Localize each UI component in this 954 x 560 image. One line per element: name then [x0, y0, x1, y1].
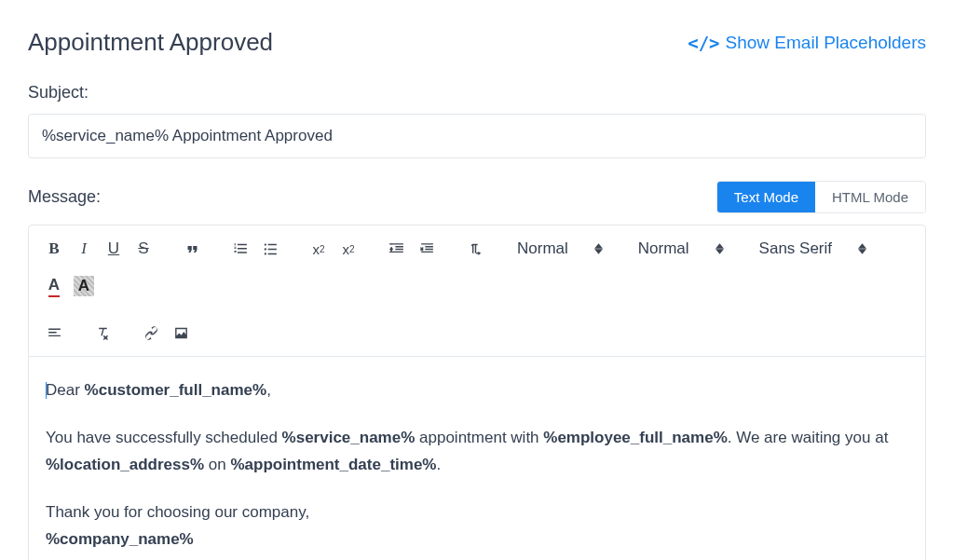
page-title: Appointment Approved — [28, 28, 273, 57]
text: , — [266, 381, 271, 399]
text: . We are waiting you at — [728, 429, 889, 446]
show-email-placeholders-link[interactable]: </> Show Email Placeholders — [688, 33, 926, 53]
placeholder-appointment-datetime: %appointment_date_time% — [230, 456, 436, 473]
unordered-list-button[interactable] — [256, 235, 284, 263]
clear-formatting-button[interactable] — [89, 319, 116, 347]
editor-mode-toggle: Text Mode HTML Mode — [716, 181, 926, 213]
underline-button[interactable]: U — [100, 235, 128, 263]
svg-point-1 — [264, 248, 266, 250]
link-button[interactable] — [137, 319, 165, 347]
chevron-sort-icon — [716, 243, 724, 254]
superscript-button[interactable]: x2 — [334, 235, 362, 263]
chevron-sort-icon — [858, 243, 866, 254]
placeholder-employee-name: %employee_full_name% — [543, 429, 727, 446]
placeholder-company-name: %company_name% — [46, 530, 194, 548]
outdent-button[interactable] — [383, 235, 411, 263]
direction-button[interactable] — [461, 235, 489, 263]
blockquote-button[interactable] — [178, 235, 206, 263]
paragraph-format-select[interactable]: Normal — [510, 239, 610, 258]
subscript-button[interactable]: x2 — [305, 235, 333, 263]
rich-text-editor: B I U S x2 x2 — [28, 225, 926, 560]
text-color-button[interactable]: A — [40, 272, 68, 300]
font-size-select[interactable]: Normal — [631, 239, 731, 258]
placeholder-location-address: %location_address% — [46, 456, 204, 473]
paragraph-format-value: Normal — [517, 239, 568, 258]
placeholder-service-name: %service_name% — [282, 429, 416, 446]
editor-toolbar: B I U S x2 x2 — [29, 225, 925, 357]
font-size-value: Normal — [638, 239, 689, 258]
html-mode-button[interactable]: HTML Mode — [815, 182, 925, 212]
text: You have successfully scheduled — [46, 429, 282, 446]
ordered-list-button[interactable] — [226, 235, 254, 263]
font-family-value: Sans Serif — [759, 239, 832, 258]
svg-point-0 — [264, 243, 266, 245]
text: appointment with — [415, 429, 543, 446]
text: on — [204, 456, 230, 473]
editor-textarea[interactable]: Dear %customer_full_name%, You have succ… — [29, 357, 925, 560]
chevron-sort-icon — [594, 243, 603, 254]
align-button[interactable] — [40, 319, 68, 347]
text: . — [436, 456, 441, 473]
indent-button[interactable] — [413, 235, 441, 263]
text: Thank you for choosing our company, — [46, 503, 309, 521]
subject-label: Subject: — [28, 83, 926, 102]
text: Dear — [46, 381, 85, 399]
strikethrough-button[interactable]: S — [129, 235, 157, 263]
highlight-color-button[interactable]: A — [70, 272, 98, 300]
code-icon: </> — [688, 33, 719, 53]
bold-button[interactable]: B — [40, 235, 68, 263]
image-button[interactable] — [167, 319, 195, 347]
placeholder-customer-name: %customer_full_name% — [85, 381, 267, 399]
italic-button[interactable]: I — [70, 235, 98, 263]
show-email-placeholders-label: Show Email Placeholders — [726, 33, 926, 53]
font-family-select[interactable]: Sans Serif — [752, 239, 874, 258]
subject-input[interactable] — [28, 114, 926, 158]
text-mode-button[interactable]: Text Mode — [717, 182, 815, 212]
message-label: Message: — [28, 187, 101, 207]
svg-point-2 — [264, 253, 266, 254]
